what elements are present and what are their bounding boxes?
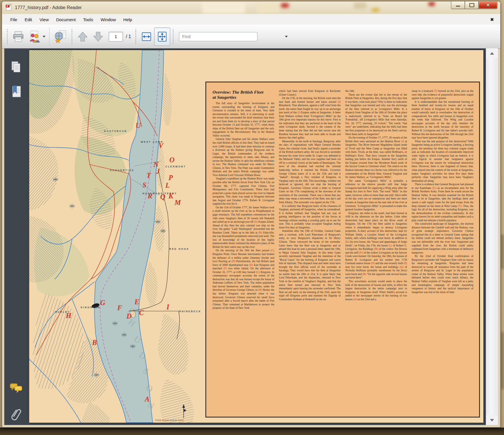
desktop-smudge [501,235,504,269]
article-paragraph: which had been moved from Kingston to Ro… [279,89,341,96]
map-marker-I: I [166,303,170,311]
menu-document[interactable]: Document [52,16,79,23]
scroll-up-button[interactable] [486,48,498,58]
map-marker-O: O [169,156,174,164]
arrow-down-icon [92,30,104,43]
article-paragraph: The full story of Saugerties' involvemen… [213,102,274,137]
email-collaborate-button[interactable] [26,28,47,46]
bookmarks-panel-icon[interactable] [10,85,23,101]
article-box: Overview: The British Fleetat Saugerties… [205,82,480,418]
chevron-down-icon [43,36,45,37]
map-marker-N: N [153,161,159,168]
toolbar-separator [49,28,49,46]
map-place-label: RHINEBECK [179,310,201,313]
map-place-label: CLERMONT [165,165,186,168]
article-paragraph: The constricted landscape of Saugerties,… [412,222,473,254]
scrollbar-track[interactable] [486,58,498,415]
article-paragraph: There is evidence that General Burgoyne … [412,183,473,222]
map-marker-R: R [147,192,152,200]
menu-edit[interactable]: Edit [21,16,36,23]
vertical-scrollbar[interactable] [486,48,498,425]
fit-width-button[interactable] [139,28,154,46]
article-paragraph: On the evening of October 17, 1777, 30 v… [345,136,407,179]
scroll-up-icon [490,52,494,55]
map-place-label: SAUGERTIES [110,169,134,172]
map-attribution: ©2008 Michael Sullivan Smith [155,419,184,421]
toolbar-grabber[interactable] [6,28,8,45]
document-area: KAATSBAANWEST CAMPCLERMONTSAUGERTIESHOFF… [4,48,498,425]
menu-view[interactable]: View [36,16,52,23]
glass-reflection [202,2,245,13]
print-button[interactable] [10,28,26,46]
menu-help[interactable]: Help [120,16,136,23]
map-marker-B: B [92,339,97,346]
next-page-button[interactable] [90,28,106,46]
minimize-icon [456,6,460,7]
map-marker-S: S [142,181,146,189]
minimize-button[interactable] [451,1,465,9]
map-place-label: KAATSBAAN [104,130,127,133]
map-place-label: KINGSTON [81,306,100,309]
menu-file[interactable]: File [7,16,21,23]
fit-page-button[interactable] [154,27,170,46]
globe-share-icon [53,29,68,44]
pdf-file-icon [5,3,12,12]
find-input[interactable] [179,32,257,41]
map-place-label: RED HOOK [169,248,189,250]
map-marker-F: F [117,304,122,312]
article-paragraph: It is understandable that the sensationa… [412,100,473,140]
map-marker-C: C [139,309,144,317]
article-paragraph: the 24th. [345,89,407,93]
navigation-sidebar [4,48,29,425]
scroll-down-button[interactable] [486,415,498,425]
article-paragraph: The name "Livingston's Mills" is probabl… [345,179,407,211]
window-title: 1777_history.pdf - Adobe Reader [15,5,82,10]
fit-width-icon [140,30,153,43]
article-column-1: Overview: The British Fleetat Saugerties… [213,89,274,412]
article-paragraph: On the morning of the 16th the fleet pas… [213,249,274,310]
attachments-panel-icon[interactable] [10,407,23,423]
close-button[interactable]: ✕ [479,1,497,9]
share-collaborate-button[interactable] [52,28,69,46]
article-paragraph: It is unlikely that Burgoyne knew of the… [279,204,341,230]
menu-close-icon[interactable]: ✖ [489,17,496,22]
pdf-page: KAATSBAANWEST CAMPCLERMONTSAUGERTIESHOFF… [29,50,483,423]
toolbar-grabber[interactable] [135,28,137,45]
desktop-smudge [501,332,504,389]
maximize-button[interactable] [465,1,479,9]
glass-reflection [281,3,289,8]
glass-reflection [372,8,380,12]
article-paragraph: Sometime after the 19th of October, Gene… [279,229,341,301]
page-number-input[interactable] [109,32,123,41]
previous-page-button[interactable] [75,28,90,46]
page-total-label: / 1 [126,34,131,39]
map-marker-G: G [100,299,105,307]
toolbar: / 1 [2,25,500,49]
article-paragraph: sloop in a boatyard (T) burned on the 23… [412,89,473,100]
close-icon: ✕ [486,3,490,8]
find-dropdown-icon[interactable] [285,36,288,37]
map-marker-U: U [136,122,141,129]
adobe-reader-window: 1777_history.pdf - Adobe Reader ✕ File E… [2,1,501,428]
titlebar[interactable]: 1777_history.pdf - Adobe Reader ✕ [2,1,500,14]
article-paragraph: These are the events that led to the ret… [345,93,407,136]
menubar: File Edit View Document Tools Window Hel… [2,14,500,25]
desktop-edge [501,0,504,435]
article-paragraph: On the 11th of October 1777, Sir James W… [213,206,274,249]
pages-panel-icon[interactable] [10,60,23,76]
article-paragraph: What was the real purpose of this destru… [412,140,473,183]
menu-window[interactable]: Window [97,16,120,23]
hudson-valley-map: KAATSBAANWEST CAMPCLERMONTSAUGERTIESHOFF… [29,50,206,423]
desktop-bottom-edge [0,428,504,435]
article-paragraph: On the 17th, in the morning, the British… [279,96,341,140]
map-marker-H: H [66,312,72,319]
window-controls: ✕ [451,1,497,9]
glass-reflection [257,3,279,13]
toolbar-grabber[interactable] [172,28,174,45]
map-marker-A: A [144,395,150,403]
menu-tools[interactable]: Tools [80,16,97,23]
toolbar-grabber[interactable] [71,28,73,45]
comments-panel-icon[interactable] [9,383,23,396]
page-canvas[interactable]: KAATSBAANWEST CAMPCLERMONTSAUGERTIESHOFF… [29,48,486,425]
print-icon [12,30,25,43]
